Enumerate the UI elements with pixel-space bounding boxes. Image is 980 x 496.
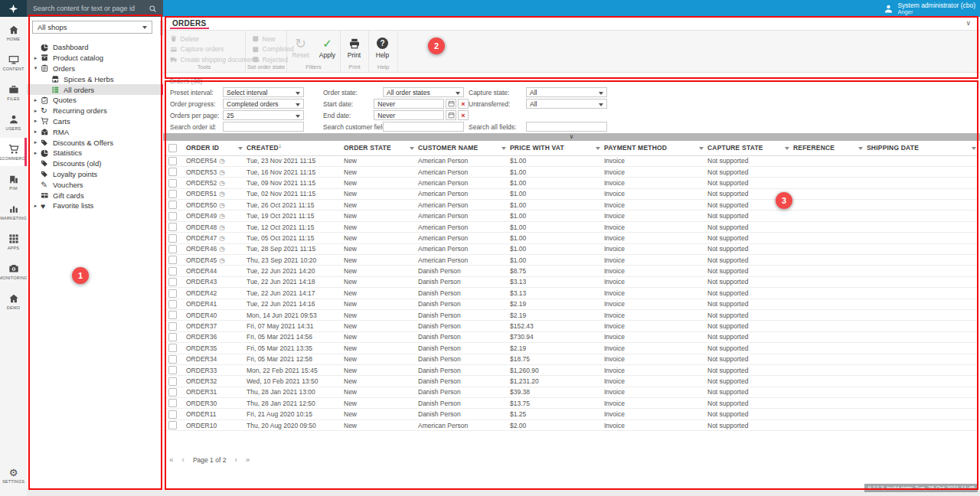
tree-expander-icon[interactable]: [32, 150, 39, 156]
global-search-input[interactable]: Search content for text or page id: [27, 0, 163, 17]
row-checkbox[interactable]: [168, 201, 177, 209]
clear-date-button[interactable]: ×: [458, 110, 469, 120]
rail-item[interactable]: USERS: [0, 108, 27, 136]
last-page-button[interactable]: »: [246, 455, 250, 464]
filter-control[interactable]: All: [526, 87, 607, 97]
filter-control[interactable]: [383, 122, 464, 132]
tree-item[interactable]: ♥ Favorite lists: [27, 201, 163, 211]
table-row[interactable]: ORDER48◷ Tue, 12 Oct 2021 11:15 New Amer…: [163, 221, 978, 232]
row-checkbox[interactable]: [168, 267, 177, 276]
rail-item[interactable]: ECOMMERCE: [0, 138, 27, 166]
column-header[interactable]: [163, 141, 185, 155]
column-indicator[interactable]: [501, 147, 506, 152]
ribbon-button[interactable]: Completed: [252, 44, 286, 55]
tree-item[interactable]: Loyalty points: [27, 169, 163, 180]
row-checkbox[interactable]: [168, 256, 177, 264]
row-checkbox[interactable]: [168, 157, 177, 165]
table-row[interactable]: ORDER32◷ Wed, 10 Feb 2021 13:50 New Dani…: [163, 376, 978, 387]
rail-item[interactable]: CONTENT: [0, 48, 27, 77]
filter-control[interactable]: [223, 122, 304, 132]
row-checkbox[interactable]: [168, 344, 177, 352]
tree-item[interactable]: Quotes: [27, 95, 163, 106]
column-indicator[interactable]: [972, 147, 976, 152]
tree-item[interactable]: ✎ Vouchers: [27, 179, 163, 190]
column-indicator[interactable]: [785, 147, 789, 152]
tree-expander-icon[interactable]: [32, 65, 39, 71]
filter-control[interactable]: Completed orders: [223, 99, 304, 109]
rail-item[interactable]: HOME: [0, 18, 27, 47]
tree-expander-icon[interactable]: [32, 129, 39, 135]
table-row[interactable]: ORDER43◷ Tue, 22 Jun 2021 14:18 New Dani…: [163, 276, 978, 287]
row-checkbox[interactable]: [168, 223, 177, 231]
row-checkbox[interactable]: [168, 421, 177, 429]
column-indicator[interactable]: [596, 147, 600, 152]
column-header[interactable]: SHIPPING DATE: [865, 141, 978, 155]
row-checkbox[interactable]: [168, 410, 177, 419]
select-all-checkbox[interactable]: [168, 144, 177, 152]
tree-item[interactable]: Spices & Herbs: [27, 73, 163, 84]
tree-expander-icon[interactable]: [32, 97, 39, 103]
tree-expander-icon[interactable]: [32, 139, 39, 145]
next-page-button[interactable]: ›: [234, 455, 237, 464]
row-checkbox[interactable]: [168, 234, 177, 243]
app-logo[interactable]: [0, 0, 27, 17]
column-indicator[interactable]: [699, 147, 704, 152]
filter-control[interactable]: All order states: [383, 87, 464, 97]
tree-item[interactable]: Orders: [27, 64, 163, 74]
table-row[interactable]: ORDER45◷ Thu, 23 Sep 2021 10:20 New Amer…: [163, 255, 978, 266]
row-checkbox[interactable]: [168, 289, 177, 298]
rail-item[interactable]: MARKETING: [0, 197, 27, 226]
rail-item[interactable]: MONITORING: [0, 257, 27, 286]
table-row[interactable]: ORDER52◷ Tue, 09 Nov 2021 11:15 New Amer…: [163, 178, 978, 188]
row-checkbox[interactable]: [168, 355, 177, 364]
tree-item[interactable]: Discounts (old): [27, 158, 163, 169]
column-indicator[interactable]: [238, 147, 243, 152]
table-row[interactable]: ORDER40◷ Mon, 14 Jun 2021 09:53 New Dani…: [163, 309, 978, 320]
calendar-button[interactable]: [446, 99, 456, 109]
tree-expander-icon[interactable]: [32, 203, 39, 209]
table-row[interactable]: ORDER49◷ Tue, 19 Oct 2021 11:15 New Amer…: [163, 210, 978, 221]
row-checkbox[interactable]: [168, 377, 177, 386]
tree-item[interactable]: Product catalog: [27, 53, 163, 64]
table-row[interactable]: ORDER42◷ Tue, 22 Jun 2021 14:17 New Dani…: [163, 288, 978, 299]
tab-orders[interactable]: ORDERS: [170, 17, 209, 29]
search-icon[interactable]: [149, 5, 157, 13]
calendar-button[interactable]: [446, 110, 456, 120]
column-header[interactable]: CAPTURE STATE: [706, 141, 792, 155]
table-row[interactable]: ORDER54◷ Tue, 23 Nov 2021 11:15 New Amer…: [163, 155, 978, 166]
tree-expander-icon[interactable]: [32, 118, 39, 124]
filter-collapse-bar[interactable]: ∨: [163, 133, 980, 141]
rail-item[interactable]: PIM: [0, 168, 27, 196]
table-row[interactable]: ORDER35◷ Fri, 05 Mar 2021 13:35 New Dani…: [163, 343, 978, 354]
row-checkbox[interactable]: [168, 388, 177, 396]
filter-control[interactable]: 25: [223, 110, 304, 120]
table-row[interactable]: ORDER50◷ Tue, 26 Oct 2021 11:15 New Amer…: [163, 200, 978, 210]
tree-item[interactable]: Statistics: [27, 148, 163, 158]
rail-item[interactable]: DEMO: [0, 287, 27, 315]
ribbon-button[interactable]: Capture orders: [170, 44, 245, 55]
tree-expander-icon[interactable]: [32, 108, 39, 114]
table-row[interactable]: ORDER46◷ Tue, 28 Sep 2021 11:15 New Amer…: [163, 243, 978, 254]
column-indicator[interactable]: [858, 147, 863, 152]
row-checkbox[interactable]: [168, 366, 177, 374]
row-checkbox[interactable]: [168, 300, 177, 308]
ribbon-collapse-icon[interactable]: ∨: [965, 19, 971, 27]
table-row[interactable]: ORDER11◷ Fri, 21 Aug 2020 10:15 New Dani…: [163, 409, 978, 419]
table-row[interactable]: ORDER37◷ Fri, 07 May 2021 14:31 New Dani…: [163, 321, 978, 331]
table-row[interactable]: ORDER31◷ Thu, 28 Jan 2021 13:00 New Dani…: [163, 387, 978, 397]
tree-item[interactable]: Gift cards: [27, 190, 163, 201]
rail-item[interactable]: APPS: [0, 227, 27, 256]
column-header[interactable]: PAYMENT METHOD: [603, 141, 706, 155]
column-header[interactable]: CREATED ↓: [245, 141, 342, 155]
row-checkbox[interactable]: [168, 333, 177, 341]
row-checkbox[interactable]: [168, 399, 177, 407]
tree-expander-icon[interactable]: [32, 55, 39, 61]
clear-date-button[interactable]: ×: [458, 99, 469, 109]
column-indicator[interactable]: [410, 147, 414, 152]
ribbon-button[interactable]: New: [252, 34, 286, 44]
shop-selector[interactable]: All shops: [32, 21, 152, 34]
first-page-button[interactable]: «: [169, 455, 174, 464]
tree-item[interactable]: Dashboard: [27, 42, 163, 53]
row-checkbox[interactable]: [168, 278, 177, 286]
tree-item[interactable]: Discounts & Offers: [27, 137, 163, 148]
